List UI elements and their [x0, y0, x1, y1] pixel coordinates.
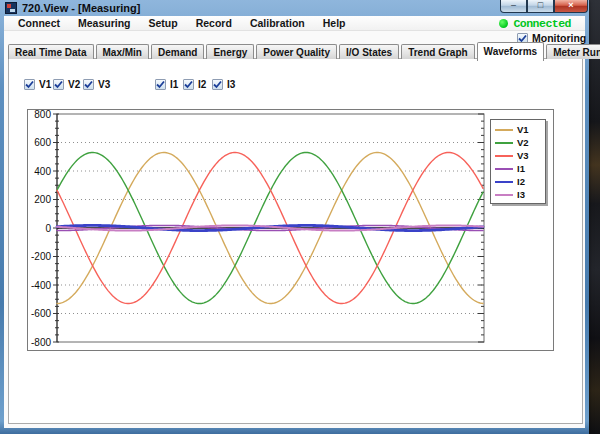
legend-label: I2: [517, 176, 525, 187]
titlebar[interactable]: 720.View - [Measuring] –□×: [0, 0, 589, 16]
screen: 720.View - [Measuring] –□× ConnectMeasur…: [0, 0, 600, 434]
svg-text:200: 200: [34, 194, 51, 205]
menubar: ConnectMeasuringSetupRecordCalibrationHe…: [4, 16, 585, 31]
svg-text:-800: -800: [31, 337, 51, 348]
checkbox-label: I3: [227, 79, 235, 90]
legend-line-icon: [495, 142, 513, 144]
legend-label: I1: [517, 163, 525, 174]
legend-label: V2: [517, 137, 529, 148]
checkbox-box: [83, 79, 94, 90]
svg-text:600: 600: [34, 137, 51, 148]
close-button[interactable]: ×: [554, 0, 588, 13]
tab-page-waveforms: V1V2V3I1I2I3 8006004002000-200-400-600-8…: [8, 58, 583, 424]
legend-label: V1: [517, 124, 529, 135]
app-window: 720.View - [Measuring] –□× ConnectMeasur…: [0, 0, 589, 434]
checkbox-box: [24, 79, 35, 90]
close-icon: ×: [568, 0, 573, 10]
tab-power-quality[interactable]: Power Quality: [256, 44, 337, 59]
menu-calibration[interactable]: Calibration: [241, 17, 314, 29]
checkbox-i2[interactable]: I2: [183, 79, 206, 90]
maximize-icon: □: [538, 0, 543, 10]
svg-text:0: 0: [45, 223, 51, 234]
checkbox-box: [155, 79, 166, 90]
connected-dot-icon: [499, 19, 508, 28]
check-icon: [184, 80, 193, 89]
waveform-chart: 8006004002000-200-400-600-800 V1V2V3I1I2…: [27, 109, 554, 351]
checkbox-label: V3: [98, 79, 110, 90]
legend-label: I3: [517, 189, 525, 200]
svg-text:-200: -200: [31, 251, 51, 262]
menu-help[interactable]: Help: [314, 17, 355, 29]
tab-trend-graph[interactable]: Trend Graph: [401, 44, 474, 59]
tab-demand[interactable]: Demand: [151, 44, 204, 59]
legend-line-icon: [495, 168, 513, 170]
tab-waveforms[interactable]: Waveforms: [477, 42, 545, 61]
connection-status-label: Connected: [513, 17, 571, 30]
svg-text:800: 800: [34, 110, 51, 120]
desktop-background: [588, 0, 600, 434]
legend-item-v1: V1: [495, 123, 545, 136]
menu-record[interactable]: Record: [187, 17, 241, 29]
check-icon: [84, 80, 93, 89]
tab-real-time-data[interactable]: Real Time Data: [8, 44, 94, 59]
menu-connect[interactable]: Connect: [9, 17, 69, 29]
window-controls: –□×: [500, 0, 588, 13]
connection-status: Connected: [499, 17, 571, 30]
checkbox-label: V2: [68, 79, 80, 90]
tab-meter-running-info[interactable]: Meter Running Info: [546, 44, 600, 59]
legend-item-i1: I1: [495, 162, 545, 175]
svg-text:-400: -400: [31, 280, 51, 291]
tab-energy[interactable]: Energy: [206, 44, 254, 59]
legend-item-v3: V3: [495, 149, 545, 162]
minimize-icon: –: [511, 0, 516, 10]
check-icon: [25, 80, 34, 89]
check-icon: [156, 80, 165, 89]
legend-label: V3: [517, 150, 529, 161]
check-icon: [213, 80, 222, 89]
checkbox-v1[interactable]: V1: [24, 79, 51, 90]
checkbox-label: I2: [198, 79, 206, 90]
tab-max-min[interactable]: Max/Min: [96, 44, 149, 59]
waveform-plot: 8006004002000-200-400-600-800: [28, 110, 553, 350]
checkbox-v2[interactable]: V2: [53, 79, 80, 90]
menu-measuring[interactable]: Measuring: [69, 17, 140, 29]
legend-line-icon: [495, 194, 513, 196]
legend-item-v2: V2: [495, 136, 545, 149]
maximize-button[interactable]: □: [527, 0, 554, 13]
app-icon: [5, 2, 17, 14]
checkbox-box: [53, 79, 64, 90]
legend-line-icon: [495, 155, 513, 157]
checkbox-i3[interactable]: I3: [212, 79, 235, 90]
svg-text:400: 400: [34, 166, 51, 177]
window-title: 720.View - [Measuring]: [22, 2, 140, 14]
checkbox-label: I1: [170, 79, 178, 90]
check-icon: [54, 80, 63, 89]
chart-legend: V1V2V3I1I2I3: [490, 119, 546, 204]
checkbox-v3[interactable]: V3: [83, 79, 110, 90]
svg-text:-600: -600: [31, 308, 51, 319]
checkbox-i1[interactable]: I1: [155, 79, 178, 90]
legend-line-icon: [495, 181, 513, 183]
window-content: ConnectMeasuringSetupRecordCalibrationHe…: [4, 16, 585, 428]
minimize-button[interactable]: –: [500, 0, 527, 13]
checkbox-box: [212, 79, 223, 90]
legend-item-i3: I3: [495, 188, 545, 201]
checkbox-label: V1: [39, 79, 51, 90]
checkbox-box: [183, 79, 194, 90]
tab-i-o-states[interactable]: I/O States: [339, 44, 399, 59]
legend-line-icon: [495, 129, 513, 131]
menu-setup[interactable]: Setup: [140, 17, 187, 29]
tab-bar: Real Time DataMax/MinDemandEnergyPower Q…: [8, 42, 600, 59]
legend-item-i2: I2: [495, 175, 545, 188]
